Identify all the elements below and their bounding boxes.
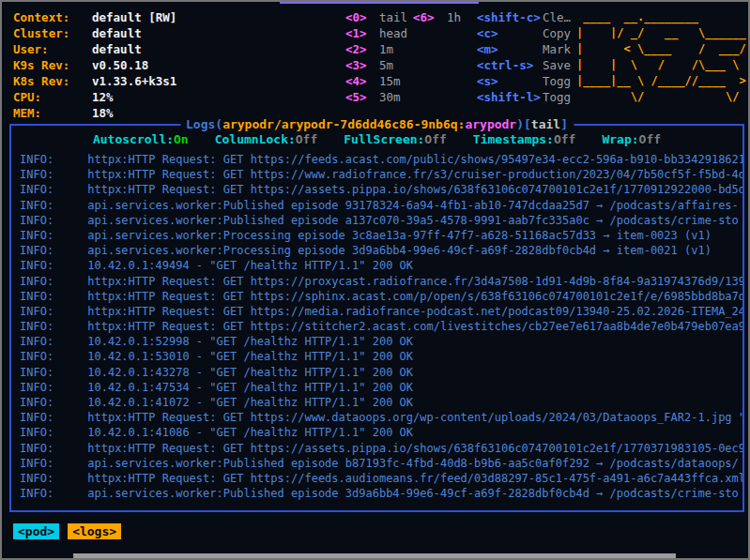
hotkey-key: <4> xyxy=(345,73,379,89)
k9s-header: Context:default [RW] Cluster:default Use… xyxy=(2,9,748,122)
log-line: INFO: 10.42.0.1:41072 - "GET /healthz HT… xyxy=(20,395,742,410)
indicator-fullscreen: FullScreen:Off xyxy=(344,132,447,146)
crumb-pod[interactable]: <pod> xyxy=(13,523,59,539)
hotkey-label: 1m xyxy=(379,42,393,56)
breadcrumb: <pod> <logs> xyxy=(13,523,121,539)
title-close: )[ xyxy=(516,117,531,131)
info-value: default xyxy=(92,26,142,40)
log-line: INFO: 10.42.0.1:47534 - "GET /healthz HT… xyxy=(20,380,742,395)
indicator-value: On xyxy=(174,132,189,146)
log-line: INFO: httpx:HTTP Request: GET https://fe… xyxy=(20,471,742,486)
logs-panel-title: Logs(arypodr/arypodr-7d6dd46c86-9nb6q:ar… xyxy=(180,117,574,131)
menu-key: <ctrl-s> xyxy=(477,57,543,73)
logo-line: | | \ / /\___ \ xyxy=(576,57,746,73)
k9s-terminal-window: Context:default [RW] Cluster:default Use… xyxy=(0,0,750,560)
menu-item-save[interactable]: <ctrl-s>Save xyxy=(477,57,571,73)
hotkey-label: tail xyxy=(379,10,407,24)
hotkeys-column: <0>tail <1>head <2>1m <3>5m <4>15m <5>30… xyxy=(345,9,407,105)
log-line: INFO: api.services.worker:Published epis… xyxy=(20,456,742,471)
indicator-label: ColumnLock: xyxy=(215,132,296,146)
log-line: INFO: api.services.worker:Processing epi… xyxy=(20,228,742,243)
log-lines-viewport[interactable]: INFO: httpx:HTTP Request: GET https://fe… xyxy=(11,152,742,507)
hotkey-tail[interactable]: <0>tail xyxy=(345,9,407,25)
info-label: Context: xyxy=(13,9,92,25)
menu-label: Save xyxy=(543,58,571,72)
indicator-label: Wrap: xyxy=(602,132,638,146)
menu-item-toggle-wrap[interactable]: <shift-l>Togg xyxy=(477,89,571,105)
cluster-info: Context:default [RW] Cluster:default Use… xyxy=(13,9,176,121)
info-label: K9s Rev: xyxy=(13,57,92,73)
indicator-label: Autoscroll: xyxy=(93,132,174,146)
menu-item-copy[interactable]: <c>Copy xyxy=(477,25,571,41)
logo-line: |____|__ \ /____//____ > xyxy=(576,73,746,89)
log-line: INFO: 10.42.0.1:43278 - "GET /healthz HT… xyxy=(20,365,742,380)
log-line: INFO: httpx:HTTP Request: GET https://as… xyxy=(20,441,742,456)
title-container-name: arypodr xyxy=(465,117,516,131)
info-row-k9s-rev: K9s Rev:v0.50.18 xyxy=(13,57,176,73)
log-line: INFO: 10.42.0.1:49494 - "GET /healthz HT… xyxy=(20,258,742,273)
title-prefix: Logs( xyxy=(186,117,222,131)
hotkey-key: <6> xyxy=(413,9,447,25)
info-value: 18% xyxy=(92,106,114,120)
hotkey-30m[interactable]: <5>30m xyxy=(345,89,407,105)
log-line: INFO: httpx:HTTP Request: GET https://ww… xyxy=(20,410,742,425)
info-label: CPU: xyxy=(13,89,92,105)
info-row-user: User:default xyxy=(13,41,176,57)
info-row-cpu: CPU:12% xyxy=(13,89,176,105)
indicator-wrap: Wrap:Off xyxy=(602,132,661,146)
log-line: INFO: httpx:HTTP Request: GET https://ww… xyxy=(20,167,742,182)
hotkey-key: <5> xyxy=(345,89,379,105)
horizontal-scrollbar[interactable] xyxy=(73,553,676,560)
log-line: INFO: 10.42.0.1:52998 - "GET /healthz HT… xyxy=(20,334,742,349)
title-end: ] xyxy=(560,117,568,131)
hotkey-label: 1h xyxy=(447,10,461,24)
indicator-value: Off xyxy=(424,132,446,146)
menu-item-mark[interactable]: <m>Mark xyxy=(477,41,571,57)
k9s-ascii-logo: ____ __.________ | |/ _/ __ \______ | < … xyxy=(576,9,746,105)
logo-line: | < \____ / ___/ xyxy=(576,41,746,57)
info-value: default xyxy=(92,42,142,56)
info-label: K8s Rev: xyxy=(13,73,92,89)
hotkey-1h[interactable]: <6>1h xyxy=(413,9,461,25)
indicator-value: Off xyxy=(554,132,575,146)
log-indicators: Autoscroll:On ColumnLock:Off FullScreen:… xyxy=(11,132,742,146)
title-mode: tail xyxy=(531,117,560,131)
logs-panel[interactable]: Logs(arypodr/arypodr-7d6dd46c86-9nb6q:ar… xyxy=(9,124,744,512)
log-line: INFO: httpx:HTTP Request: GET https://pr… xyxy=(20,274,742,289)
crumb-logs[interactable]: <logs> xyxy=(68,523,121,539)
indicator-value: Off xyxy=(296,132,317,146)
hotkey-label: 15m xyxy=(379,74,401,88)
hotkey-5m[interactable]: <3>5m xyxy=(345,57,407,73)
indicator-label: FullScreen: xyxy=(344,132,424,146)
indicator-label: Timestamps: xyxy=(473,132,554,146)
menu-label: Togg xyxy=(543,90,571,104)
hotkey-label: 5m xyxy=(379,58,393,72)
menu-item-clear[interactable]: <shift-c>Cle… xyxy=(477,9,571,25)
log-line: INFO: httpx:HTTP Request: GET https://as… xyxy=(20,182,742,197)
info-value: default [RW] xyxy=(92,10,176,24)
logo-line: \/ \/ xyxy=(576,89,746,105)
hotkey-key: <2> xyxy=(345,41,379,57)
info-row-mem: MEM:18% xyxy=(13,105,176,121)
log-line: INFO: 10.42.0.1:53010 - "GET /healthz HT… xyxy=(20,349,742,364)
log-line: INFO: api.services.worker:Published epis… xyxy=(20,213,742,228)
info-row-k8s-rev: K8s Rev:v1.33.6+k3s1 xyxy=(13,73,176,89)
hotkey-1m[interactable]: <2>1m xyxy=(345,41,407,57)
log-line: INFO: api.services.worker:Processing epi… xyxy=(20,243,742,258)
menu-key: <shift-c> xyxy=(477,9,543,25)
hotkey-15m[interactable]: <4>15m xyxy=(345,73,407,89)
hotkey-head[interactable]: <1>head xyxy=(345,25,407,41)
info-row-cluster: Cluster:default xyxy=(13,25,176,41)
hotkey-label: head xyxy=(379,26,407,40)
menu-key: <m> xyxy=(477,41,543,57)
hotkey-key: <3> xyxy=(345,57,379,73)
info-value: v1.33.6+k3s1 xyxy=(92,74,176,88)
menu-item-toggle-autoscroll[interactable]: <s>Togg xyxy=(477,73,571,89)
info-label: User: xyxy=(13,41,92,57)
menu-key: <c> xyxy=(477,25,543,41)
menu-label: Cle… xyxy=(543,10,571,24)
menu-label: Copy xyxy=(543,26,571,40)
log-line: INFO: 10.42.0.1:41086 - "GET /healthz HT… xyxy=(20,425,742,440)
log-line: INFO: httpx:HTTP Request: GET https://st… xyxy=(20,319,742,334)
window-accent-strip xyxy=(280,0,479,4)
